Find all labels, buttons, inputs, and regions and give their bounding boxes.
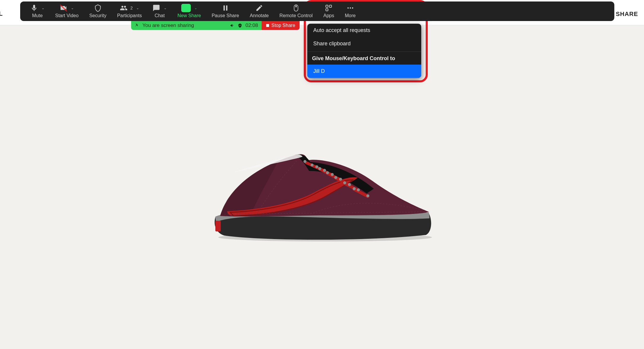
new-share-label: New Share xyxy=(177,13,201,18)
participants-icon xyxy=(120,4,128,12)
more-label: More xyxy=(345,13,356,18)
more-dots-icon xyxy=(346,4,354,12)
svg-rect-5 xyxy=(326,5,328,7)
start-video-button[interactable]: ⌄ Start Video xyxy=(50,1,84,21)
svg-point-31 xyxy=(357,188,360,191)
apps-label: Apps xyxy=(323,13,334,18)
svg-point-28 xyxy=(334,176,337,179)
share-label: SHARE xyxy=(616,11,638,17)
pin-icon[interactable] xyxy=(135,23,139,28)
chevron-down-icon[interactable]: ⌄ xyxy=(164,6,167,10)
menu-item-share-clipboard[interactable]: Share clipboard xyxy=(307,37,421,50)
participants-count: 2 xyxy=(131,6,133,10)
security-label: Security xyxy=(89,13,106,18)
shield-check-icon[interactable] xyxy=(238,23,242,28)
speaker-icon[interactable] xyxy=(230,23,235,28)
stop-share-button[interactable]: Stop Share xyxy=(262,21,300,30)
participants-button[interactable]: 2 ⌄ Participants xyxy=(112,1,147,21)
svg-point-33 xyxy=(366,194,369,197)
svg-point-8 xyxy=(347,7,349,9)
pencil-icon xyxy=(255,4,263,12)
svg-point-10 xyxy=(352,7,353,9)
svg-point-22 xyxy=(311,164,314,167)
svg-rect-2 xyxy=(223,5,225,10)
chevron-down-icon[interactable]: ⌄ xyxy=(194,6,197,10)
chat-label: Chat xyxy=(155,13,165,18)
apps-button[interactable]: Apps xyxy=(318,1,339,21)
pause-icon xyxy=(222,4,229,12)
chat-icon xyxy=(152,4,160,12)
zoom-toolbar: ⌄ Mute ⌄ Start Video Security 2 ⌄ Partic… xyxy=(20,1,614,21)
svg-point-29 xyxy=(348,183,351,186)
remote-control-button[interactable]: Remote Control xyxy=(274,1,318,21)
more-button[interactable]: More xyxy=(340,1,361,21)
svg-point-24 xyxy=(318,167,321,170)
shield-icon xyxy=(94,4,102,12)
svg-point-30 xyxy=(343,181,346,184)
microphone-icon xyxy=(30,4,38,12)
pause-share-button[interactable]: Pause Share xyxy=(206,1,244,21)
chevron-down-icon[interactable]: ⌄ xyxy=(42,6,44,10)
video-off-icon xyxy=(60,4,67,12)
svg-rect-7 xyxy=(326,9,328,11)
menu-item-auto-accept[interactable]: Auto accept all requests xyxy=(307,24,421,37)
pause-share-label: Pause Share xyxy=(212,13,239,18)
stop-share-label: Stop Share xyxy=(271,23,295,28)
sharing-timer: 02:08 xyxy=(245,23,258,28)
chevron-down-icon[interactable]: ⌄ xyxy=(136,6,139,10)
menu-item-participant[interactable]: Jill D xyxy=(307,65,421,78)
security-button[interactable]: Security xyxy=(84,1,112,21)
svg-point-32 xyxy=(353,187,356,190)
svg-point-23 xyxy=(323,169,326,172)
svg-point-21 xyxy=(315,165,318,168)
svg-rect-6 xyxy=(329,5,332,7)
svg-point-26 xyxy=(326,171,329,174)
svg-point-27 xyxy=(339,178,342,181)
stop-icon xyxy=(266,24,269,27)
svg-rect-12 xyxy=(215,221,221,231)
svg-point-25 xyxy=(331,173,334,176)
annotate-label: Annotate xyxy=(250,13,269,18)
remote-control-label: Remote Control xyxy=(279,13,313,18)
mute-label: Mute xyxy=(32,13,43,18)
chat-button[interactable]: ⌄ Chat xyxy=(147,1,172,21)
chevron-down-icon[interactable]: ⌄ xyxy=(71,6,74,10)
svg-rect-3 xyxy=(226,5,227,10)
sharing-status: You are screen sharing 02:08 xyxy=(131,21,262,30)
participants-label: Participants xyxy=(117,13,142,18)
start-video-label: Start Video xyxy=(55,13,79,18)
page-title-fragment: OL xyxy=(0,10,3,17)
remote-control-menu: Auto accept all requests Share clipboard… xyxy=(307,24,421,78)
annotate-button[interactable]: Annotate xyxy=(244,1,274,21)
product-image-shoe xyxy=(206,143,438,244)
new-share-button[interactable]: ⌄ New Share xyxy=(172,1,206,21)
mouse-icon xyxy=(292,4,300,12)
share-up-icon xyxy=(181,4,191,12)
sharing-status-bar: You are screen sharing 02:08 Stop Share xyxy=(131,21,300,30)
apps-icon xyxy=(325,4,333,12)
svg-rect-4 xyxy=(296,6,296,7)
mute-button[interactable]: ⌄ Mute xyxy=(25,1,50,21)
svg-point-20 xyxy=(303,160,306,163)
svg-point-9 xyxy=(350,7,351,9)
menu-give-control-header: Give Mouse/Keyboard Control to xyxy=(307,52,421,65)
sharing-message: You are screen sharing xyxy=(142,23,194,28)
